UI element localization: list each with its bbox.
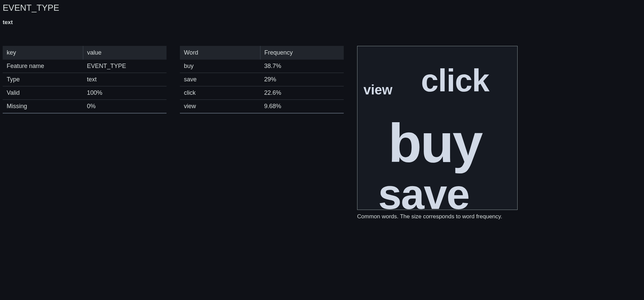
freq-header-freq: Frequency	[260, 46, 344, 60]
freq-word: click	[180, 86, 260, 100]
freq-freq: 29%	[260, 73, 344, 86]
kv-value: text	[83, 73, 167, 86]
kv-value: 100%	[83, 86, 167, 100]
feature-summary-table: key value Feature name EVENT_TYPE Type t…	[3, 46, 167, 114]
table-row: buy 38.7%	[180, 60, 344, 73]
freq-word: save	[180, 73, 260, 86]
kv-key: Type	[3, 73, 83, 86]
word-frequency-table: Word Frequency buy 38.7% save 29% click …	[180, 46, 344, 114]
page-title: EVENT_TYPE	[3, 3, 641, 13]
page-subtitle: text	[3, 19, 641, 26]
cloud-word-click: click	[421, 65, 489, 96]
freq-freq: 38.7%	[260, 60, 344, 73]
table-row: click 22.6%	[180, 86, 344, 100]
table-row: view 9.68%	[180, 100, 344, 114]
table-row: save 29%	[180, 73, 344, 86]
kv-header-key: key	[3, 46, 83, 60]
freq-freq: 9.68%	[260, 100, 344, 114]
cloud-word-buy: buy	[388, 116, 482, 171]
kv-header-value: value	[83, 46, 167, 60]
cloud-word-save: save	[378, 173, 469, 216]
freq-word: view	[180, 100, 260, 114]
table-row: Feature name EVENT_TYPE	[3, 60, 167, 73]
freq-freq: 22.6%	[260, 86, 344, 100]
freq-header-word: Word	[180, 46, 260, 60]
kv-value: EVENT_TYPE	[83, 60, 167, 73]
table-row: Missing 0%	[3, 100, 167, 114]
kv-key: Missing	[3, 100, 83, 114]
table-row: Type text	[3, 73, 167, 86]
freq-word: buy	[180, 60, 260, 73]
kv-value: 0%	[83, 100, 167, 114]
word-cloud: view click buy save	[357, 46, 518, 210]
kv-key: Feature name	[3, 60, 83, 73]
cloud-word-view: view	[363, 83, 393, 96]
kv-key: Valid	[3, 86, 83, 100]
table-row: Valid 100%	[3, 86, 167, 100]
